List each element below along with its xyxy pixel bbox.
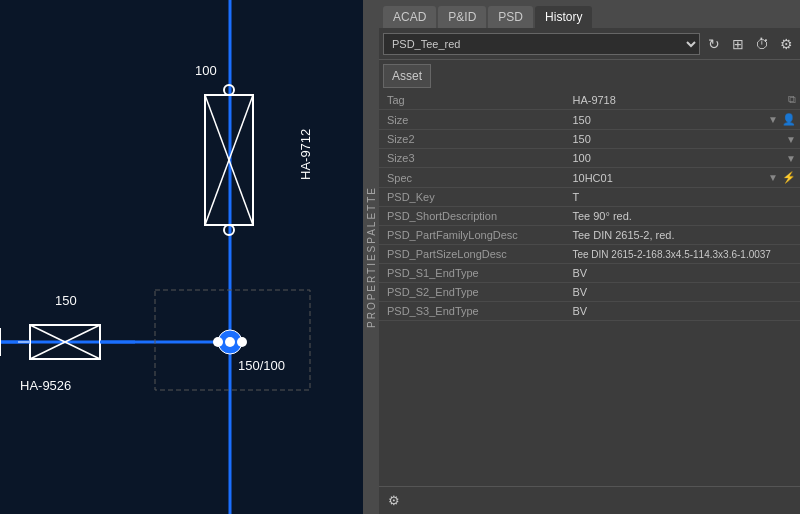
prop-label-psd-family: PSD_PartFamilyLongDesc bbox=[379, 226, 568, 245]
svg-text:HA-9526: HA-9526 bbox=[20, 378, 71, 393]
table-row: PSD_PartSizeLongDesc Tee DIN 2615-2-168.… bbox=[379, 245, 800, 264]
size3-dropdown-arrow[interactable]: ▼ bbox=[786, 153, 796, 164]
properties-panel: PROPERTIESPALETTE ACAD P&ID PSD History … bbox=[363, 0, 800, 514]
size-dropdown-arrow[interactable]: ▼ bbox=[768, 114, 778, 125]
prop-value-psd-short: Tee 90° red. bbox=[568, 207, 800, 226]
table-row: PSD_S1_EndType BV bbox=[379, 264, 800, 283]
tabs-bar: ACAD P&ID PSD History bbox=[379, 0, 800, 28]
settings-bottom-icon[interactable]: ⚙ bbox=[383, 490, 405, 512]
prop-label-psd-key: PSD_Key bbox=[379, 188, 568, 207]
refresh-icon[interactable]: ↻ bbox=[704, 34, 724, 54]
prop-label-spec: Spec bbox=[379, 168, 568, 188]
prop-label-psd-size-long: PSD_PartSizeLongDesc bbox=[379, 245, 568, 264]
asset-section: Asset Tag HA-9718 ⧉ bbox=[379, 60, 800, 486]
table-row: Size3 100 ▼ bbox=[379, 149, 800, 168]
table-row: PSD_PartFamilyLongDesc Tee DIN 2615-2, r… bbox=[379, 226, 800, 245]
prop-label-tag: Tag bbox=[379, 90, 568, 110]
grid-icon[interactable]: ⊞ bbox=[728, 34, 748, 54]
svg-text:150: 150 bbox=[55, 293, 77, 308]
prop-value-size: 150 ▼ 👤 bbox=[568, 110, 800, 130]
asset-header: Asset bbox=[383, 64, 431, 88]
prop-value-psd-size-long: Tee DIN 2615-2-168.3x4.5-114.3x3.6-1.003… bbox=[568, 245, 800, 264]
table-row: PSD_Key T bbox=[379, 188, 800, 207]
prop-label-size3: Size3 bbox=[379, 149, 568, 168]
size2-dropdown-arrow[interactable]: ▼ bbox=[786, 134, 796, 145]
prop-label-s1-end: PSD_S1_EndType bbox=[379, 264, 568, 283]
table-row: Tag HA-9718 ⧉ bbox=[379, 90, 800, 110]
table-row: Size 150 ▼ 👤 bbox=[379, 110, 800, 130]
tab-pid[interactable]: P&ID bbox=[438, 6, 486, 28]
toolbar-row: PSD_Tee_red ↻ ⊞ ⏱ ⚙ bbox=[379, 28, 800, 60]
properties-palette-tab[interactable]: PROPERTIESPALETTE bbox=[363, 0, 379, 514]
table-row: PSD_S2_EndType BV bbox=[379, 283, 800, 302]
prop-label-size: Size bbox=[379, 110, 568, 130]
prop-value-psd-key: T bbox=[568, 188, 800, 207]
svg-text:150/100: 150/100 bbox=[238, 358, 285, 373]
prop-value-size2: 150 ▼ bbox=[568, 130, 800, 149]
settings-icon[interactable]: ⚙ bbox=[776, 34, 796, 54]
svg-point-19 bbox=[213, 337, 223, 347]
svg-point-21 bbox=[237, 337, 247, 347]
svg-text:HA-9712: HA-9712 bbox=[298, 129, 313, 180]
tab-history[interactable]: History bbox=[535, 6, 592, 28]
prop-label-s2-end: PSD_S2_EndType bbox=[379, 283, 568, 302]
lightning-icon: ⚡ bbox=[782, 171, 796, 184]
prop-label-psd-short: PSD_ShortDescription bbox=[379, 207, 568, 226]
tab-acad[interactable]: ACAD bbox=[383, 6, 436, 28]
table-row: Spec 10HC01 ▼ ⚡ bbox=[379, 168, 800, 188]
prop-value-s2-end: BV bbox=[568, 283, 800, 302]
svg-text:100: 100 bbox=[195, 63, 217, 78]
table-row: PSD_ShortDescription Tee 90° red. bbox=[379, 207, 800, 226]
cad-panel: 100 HA-9712 150 HA-9526 150/100 bbox=[0, 0, 363, 514]
bottom-icons-bar: ⚙ bbox=[379, 486, 800, 514]
prop-label-s3-end: PSD_S3_EndType bbox=[379, 302, 568, 321]
person-icon: 👤 bbox=[782, 113, 796, 126]
spec-dropdown-arrow[interactable]: ▼ bbox=[768, 172, 778, 183]
copy-icon[interactable]: ⧉ bbox=[788, 93, 796, 106]
component-select[interactable]: PSD_Tee_red bbox=[383, 33, 700, 55]
properties-table: Tag HA-9718 ⧉ Size 150 bbox=[379, 90, 800, 321]
prop-value-s1-end: BV bbox=[568, 264, 800, 283]
prop-value-psd-family: Tee DIN 2615-2, red. bbox=[568, 226, 800, 245]
table-row: Size2 150 ▼ bbox=[379, 130, 800, 149]
prop-label-size2: Size2 bbox=[379, 130, 568, 149]
svg-point-20 bbox=[225, 337, 235, 347]
prop-value-s3-end: BV bbox=[568, 302, 800, 321]
properties-palette-label: PROPERTIESPALETTE bbox=[366, 186, 377, 328]
tab-psd[interactable]: PSD bbox=[488, 6, 533, 28]
prop-value-spec: 10HC01 ▼ ⚡ bbox=[568, 168, 800, 188]
prop-value-tag: HA-9718 ⧉ bbox=[568, 90, 800, 110]
table-row: PSD_S3_EndType BV bbox=[379, 302, 800, 321]
prop-value-size3: 100 ▼ bbox=[568, 149, 800, 168]
clock-icon[interactable]: ⏱ bbox=[752, 34, 772, 54]
